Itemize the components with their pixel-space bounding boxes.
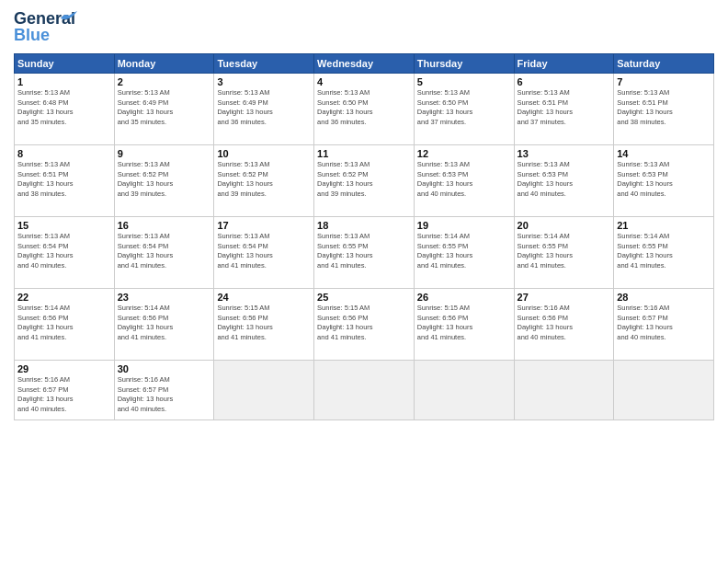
day-info: Sunrise: 5:13 AMSunset: 6:53 PMDaylight:… <box>518 160 611 199</box>
day-11: 11Sunrise: 5:13 AMSunset: 6:52 PMDayligh… <box>314 145 415 217</box>
week-row-5: 29Sunrise: 5:16 AMSunset: 6:57 PMDayligh… <box>15 361 714 420</box>
col-tuesday: Tuesday <box>214 54 314 74</box>
day-27: 27Sunrise: 5:16 AMSunset: 6:56 PMDayligh… <box>514 289 614 361</box>
day-number: 26 <box>417 292 511 303</box>
page: General Blue Sunday Monday Tuesday Wedne… <box>0 0 728 563</box>
day-19: 19Sunrise: 5:14 AMSunset: 6:55 PMDayligh… <box>414 217 514 289</box>
week-row-2: 8Sunrise: 5:13 AMSunset: 6:51 PMDaylight… <box>15 145 714 217</box>
calendar-header-row: Sunday Monday Tuesday Wednesday Thursday… <box>15 54 714 74</box>
day-info: Sunrise: 5:13 AMSunset: 6:52 PMDaylight:… <box>118 160 211 199</box>
week-row-4: 22Sunrise: 5:14 AMSunset: 6:56 PMDayligh… <box>15 289 714 361</box>
day-number: 2 <box>118 76 211 87</box>
day-26: 26Sunrise: 5:15 AMSunset: 6:56 PMDayligh… <box>414 289 514 361</box>
day-23: 23Sunrise: 5:14 AMSunset: 6:56 PMDayligh… <box>114 289 214 361</box>
day-info: Sunrise: 5:16 AMSunset: 6:57 PMDaylight:… <box>17 375 111 414</box>
day-number: 17 <box>217 220 311 231</box>
day-1: 1Sunrise: 5:13 AMSunset: 6:48 PMDaylight… <box>15 74 115 145</box>
day-info: Sunrise: 5:13 AMSunset: 6:50 PMDaylight:… <box>417 88 511 127</box>
day-info: Sunrise: 5:13 AMSunset: 6:49 PMDaylight:… <box>118 88 211 127</box>
day-info: Sunrise: 5:14 AMSunset: 6:56 PMDaylight:… <box>118 304 211 342</box>
day-info: Sunrise: 5:13 AMSunset: 6:53 PMDaylight:… <box>417 160 511 199</box>
day-number: 6 <box>518 76 611 87</box>
day-info: Sunrise: 5:13 AMSunset: 6:50 PMDaylight:… <box>317 88 411 127</box>
day-number: 13 <box>518 148 611 159</box>
day-number: 14 <box>617 148 711 159</box>
logo: General Blue <box>14 9 69 46</box>
col-monday: Monday <box>114 54 214 74</box>
day-number: 22 <box>17 292 111 303</box>
day-15: 15Sunrise: 5:13 AMSunset: 6:54 PMDayligh… <box>15 217 115 289</box>
day-empty <box>414 361 514 420</box>
day-25: 25Sunrise: 5:15 AMSunset: 6:56 PMDayligh… <box>314 289 415 361</box>
day-16: 16Sunrise: 5:13 AMSunset: 6:54 PMDayligh… <box>114 217 214 289</box>
day-info: Sunrise: 5:16 AMSunset: 6:56 PMDaylight:… <box>518 304 611 342</box>
day-info: Sunrise: 5:13 AMSunset: 6:49 PMDaylight:… <box>217 88 311 127</box>
calendar-table: Sunday Monday Tuesday Wednesday Thursday… <box>14 53 714 420</box>
day-28: 28Sunrise: 5:16 AMSunset: 6:57 PMDayligh… <box>614 289 714 361</box>
day-number: 28 <box>617 292 711 303</box>
day-info: Sunrise: 5:14 AMSunset: 6:56 PMDaylight:… <box>17 304 111 342</box>
day-info: Sunrise: 5:16 AMSunset: 6:57 PMDaylight:… <box>617 304 711 342</box>
day-2: 2Sunrise: 5:13 AMSunset: 6:49 PMDaylight… <box>114 74 214 145</box>
day-info: Sunrise: 5:15 AMSunset: 6:56 PMDaylight:… <box>417 304 511 342</box>
day-12: 12Sunrise: 5:13 AMSunset: 6:53 PMDayligh… <box>414 145 514 217</box>
day-number: 15 <box>17 220 111 231</box>
day-info: Sunrise: 5:14 AMSunset: 6:55 PMDaylight:… <box>617 232 711 270</box>
col-friday: Friday <box>514 54 614 74</box>
day-6: 6Sunrise: 5:13 AMSunset: 6:51 PMDaylight… <box>514 74 614 145</box>
day-number: 5 <box>417 76 511 87</box>
day-info: Sunrise: 5:14 AMSunset: 6:55 PMDaylight:… <box>417 232 511 270</box>
day-3: 3Sunrise: 5:13 AMSunset: 6:49 PMDaylight… <box>214 74 314 145</box>
day-number: 24 <box>217 292 311 303</box>
day-29: 29Sunrise: 5:16 AMSunset: 6:57 PMDayligh… <box>15 361 115 420</box>
day-number: 4 <box>317 76 411 87</box>
day-number: 16 <box>118 220 211 231</box>
day-number: 23 <box>118 292 211 303</box>
day-info: Sunrise: 5:13 AMSunset: 6:51 PMDaylight:… <box>518 88 611 127</box>
logo-bird-icon <box>61 11 77 24</box>
week-row-1: 1Sunrise: 5:13 AMSunset: 6:48 PMDaylight… <box>15 74 714 145</box>
day-number: 29 <box>17 363 111 374</box>
day-info: Sunrise: 5:14 AMSunset: 6:55 PMDaylight:… <box>518 232 611 270</box>
day-number: 10 <box>217 148 311 159</box>
day-21: 21Sunrise: 5:14 AMSunset: 6:55 PMDayligh… <box>614 217 714 289</box>
day-9: 9Sunrise: 5:13 AMSunset: 6:52 PMDaylight… <box>114 145 214 217</box>
day-22: 22Sunrise: 5:14 AMSunset: 6:56 PMDayligh… <box>15 289 115 361</box>
day-number: 27 <box>518 292 611 303</box>
day-info: Sunrise: 5:13 AMSunset: 6:54 PMDaylight:… <box>17 232 111 270</box>
day-empty <box>514 361 614 420</box>
day-info: Sunrise: 5:13 AMSunset: 6:48 PMDaylight:… <box>17 88 111 127</box>
logo-blue: Blue <box>14 26 50 45</box>
col-saturday: Saturday <box>614 54 714 74</box>
day-info: Sunrise: 5:13 AMSunset: 6:53 PMDaylight:… <box>617 160 711 199</box>
day-number: 9 <box>118 148 211 159</box>
col-wednesday: Wednesday <box>314 54 415 74</box>
day-10: 10Sunrise: 5:13 AMSunset: 6:52 PMDayligh… <box>214 145 314 217</box>
day-info: Sunrise: 5:13 AMSunset: 6:51 PMDaylight:… <box>17 160 111 199</box>
day-info: Sunrise: 5:13 AMSunset: 6:52 PMDaylight:… <box>317 160 411 199</box>
day-number: 20 <box>518 220 611 231</box>
day-number: 11 <box>317 148 411 159</box>
day-info: Sunrise: 5:16 AMSunset: 6:57 PMDaylight:… <box>118 375 211 414</box>
day-info: Sunrise: 5:13 AMSunset: 6:54 PMDaylight:… <box>217 232 311 270</box>
day-5: 5Sunrise: 5:13 AMSunset: 6:50 PMDaylight… <box>414 74 514 145</box>
day-info: Sunrise: 5:13 AMSunset: 6:55 PMDaylight:… <box>317 232 411 270</box>
day-info: Sunrise: 5:15 AMSunset: 6:56 PMDaylight:… <box>217 304 311 342</box>
day-info: Sunrise: 5:13 AMSunset: 6:52 PMDaylight:… <box>217 160 311 199</box>
day-number: 30 <box>118 363 211 374</box>
day-number: 1 <box>17 76 111 87</box>
day-number: 8 <box>17 148 111 159</box>
day-info: Sunrise: 5:13 AMSunset: 6:51 PMDaylight:… <box>617 88 711 127</box>
day-20: 20Sunrise: 5:14 AMSunset: 6:55 PMDayligh… <box>514 217 614 289</box>
header: General Blue <box>14 9 714 46</box>
day-14: 14Sunrise: 5:13 AMSunset: 6:53 PMDayligh… <box>614 145 714 217</box>
day-number: 12 <box>417 148 511 159</box>
day-number: 19 <box>417 220 511 231</box>
week-row-3: 15Sunrise: 5:13 AMSunset: 6:54 PMDayligh… <box>15 217 714 289</box>
day-4: 4Sunrise: 5:13 AMSunset: 6:50 PMDaylight… <box>314 74 415 145</box>
day-info: Sunrise: 5:13 AMSunset: 6:54 PMDaylight:… <box>118 232 211 270</box>
day-7: 7Sunrise: 5:13 AMSunset: 6:51 PMDaylight… <box>614 74 714 145</box>
col-sunday: Sunday <box>15 54 115 74</box>
day-13: 13Sunrise: 5:13 AMSunset: 6:53 PMDayligh… <box>514 145 614 217</box>
day-empty <box>614 361 714 420</box>
